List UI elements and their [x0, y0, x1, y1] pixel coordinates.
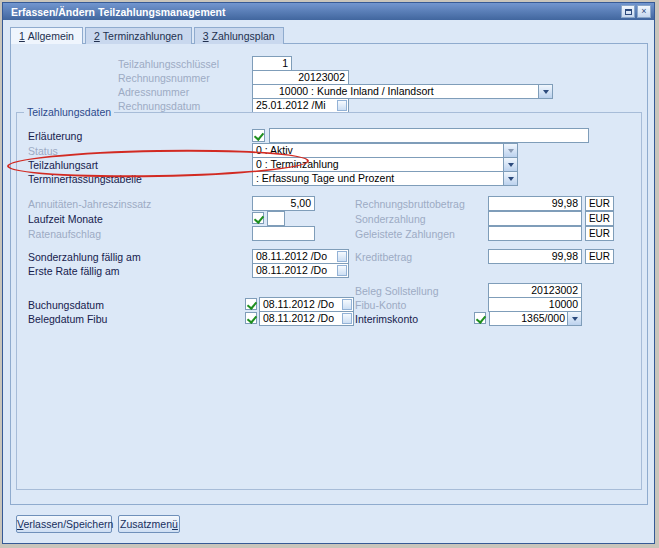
label-erlaeuterung: Erläuterung	[28, 130, 82, 142]
currency-label: EUR	[585, 211, 614, 226]
input-laufzeit-monate[interactable]	[267, 211, 285, 226]
tab-zahlungsplan[interactable]: 3Zahlungsplan	[194, 27, 284, 44]
label-teilzahlungsart: Teilzahlungsart	[28, 159, 98, 171]
date-picker-button[interactable]	[337, 100, 347, 111]
checkbox-buchungsdatum[interactable]	[245, 298, 257, 310]
input-rechnungsnummer[interactable]: 20123002	[252, 70, 349, 85]
date-picker-button[interactable]	[337, 251, 347, 262]
date-picker-button[interactable]	[342, 313, 352, 324]
select-interimskonto[interactable]: 1365/000	[489, 311, 582, 326]
input-buchungsdatum[interactable]: 08.11.2012 /Do	[259, 297, 354, 312]
checkbox-erlaeuterung[interactable]	[252, 129, 265, 142]
tab-allgemein[interactable]: 1Allgemein	[10, 27, 83, 44]
restore-button[interactable]	[621, 5, 635, 18]
label-terminerfassungstabelle: Terminerfassungstabelle	[28, 173, 142, 185]
tab-bar: 1Allgemein 2Terminzahlungen 3Zahlungspla…	[10, 27, 286, 44]
checkbox-laufzeit-monate[interactable]	[252, 212, 264, 224]
label-buchungsdatum: Buchungsdatum	[28, 299, 104, 311]
dropdown-arrow-icon[interactable]	[538, 85, 552, 98]
dropdown-arrow-icon[interactable]	[503, 172, 517, 185]
select-teilzahlungsart[interactable]: 0 : Terminzahlung	[252, 157, 518, 172]
label-status: Status	[28, 145, 58, 157]
tab-terminzahlungen[interactable]: 2Terminzahlungen	[85, 27, 192, 44]
label-annuitaeten-jahreszinssatz: Annuitäten-Jahreszinssatz	[28, 198, 151, 210]
dropdown-arrow-icon	[503, 144, 517, 157]
label-kreditbetrag: Kreditbetrag	[355, 251, 412, 263]
checkbox-belegdatum-fibu[interactable]	[245, 312, 257, 324]
select-adressnummer[interactable]: 10000 : Kunde Inland / Inlandsort	[252, 84, 553, 99]
label-geleistete-zahlungen: Geleistete Zahlungen	[355, 228, 455, 240]
save-exit-button[interactable]: Verlassen/Speichern	[16, 515, 112, 533]
input-fibu-konto[interactable]: 10000	[488, 297, 582, 312]
input-ratenaufschlag[interactable]	[252, 226, 315, 241]
dropdown-arrow-icon[interactable]	[567, 312, 581, 325]
close-icon: ×	[641, 7, 646, 16]
input-kreditbetrag[interactable]: 99,98	[488, 249, 582, 264]
currency-label: EUR	[585, 226, 614, 241]
select-status[interactable]: 0 : Aktiv	[252, 143, 518, 158]
restore-icon	[625, 9, 632, 15]
label-erste-rate-faellig-am: Erste Rate fällig am	[28, 265, 120, 277]
input-geleistete-zahlungen[interactable]	[488, 226, 582, 241]
date-picker-button[interactable]	[342, 299, 352, 310]
input-teilzahlungsschluessel[interactable]: 1	[252, 56, 292, 71]
input-belegdatum-fibu[interactable]: 08.11.2012 /Do	[259, 311, 354, 326]
label-rechnungsdatum: Rechnungsdatum	[118, 100, 200, 112]
label-rechnungsnummer: Rechnungsnummer	[118, 72, 210, 84]
groupbox-title: Teilzahlungsdaten	[24, 106, 114, 118]
dropdown-arrow-icon[interactable]	[503, 158, 517, 171]
label-beleg-sollstellung: Beleg Sollstellung	[355, 285, 438, 297]
date-picker-button[interactable]	[337, 265, 347, 276]
extra-menu-button[interactable]: Zusatzmenü	[118, 515, 180, 533]
input-beleg-sollstellung[interactable]: 20123002	[488, 283, 582, 298]
label-sonderzahlung: Sonderzahlung	[355, 213, 426, 225]
input-sonderzahlung[interactable]	[488, 211, 582, 226]
close-button[interactable]: ×	[637, 5, 651, 18]
currency-label: EUR	[585, 196, 614, 211]
window-title: Erfassen/Ändern Teilzahlungsmanagement	[11, 6, 619, 18]
input-annuitaeten-jahreszinssatz[interactable]: 5,00	[252, 196, 315, 211]
checkbox-interimskonto[interactable]	[474, 312, 486, 324]
label-rechnungsbruttobetrag: Rechnungsbruttobetrag	[355, 198, 465, 210]
input-rechnungsdatum[interactable]: 25.01.2012 /Mi	[252, 98, 349, 113]
label-fibu-konto: Fibu-Konto	[355, 299, 406, 311]
label-adressnummer: Adressnummer	[118, 86, 189, 98]
input-rechnungsbruttobetrag[interactable]: 99,98	[488, 196, 582, 211]
input-sonderzahlung-faellig-am[interactable]: 08.11.2012 /Do	[252, 249, 349, 264]
select-terminerfassungstabelle[interactable]: : Erfassung Tage und Prozent	[252, 171, 518, 186]
label-interimskonto: Interimskonto	[355, 313, 418, 325]
label-belegdatum-fibu: Belegdatum Fibu	[28, 313, 107, 325]
titlebar[interactable]: Erfassen/Ändern Teilzahlungsmanagement ×	[3, 3, 654, 20]
input-erlaeuterung[interactable]	[269, 128, 589, 143]
dialog-window: Erfassen/Ändern Teilzahlungsmanagement ×…	[2, 2, 655, 544]
label-teilzahlungsschluessel: Teilzahlungsschlüssel	[118, 58, 219, 70]
input-erste-rate-faellig-am[interactable]: 08.11.2012 /Do	[252, 263, 349, 278]
label-laufzeit-monate: Laufzeit Monate	[28, 213, 103, 225]
currency-label: EUR	[585, 249, 614, 264]
label-ratenaufschlag: Ratenaufschlag	[28, 228, 101, 240]
label-sonderzahlung-faellig-am: Sonderzahlung fällig am	[28, 251, 141, 263]
